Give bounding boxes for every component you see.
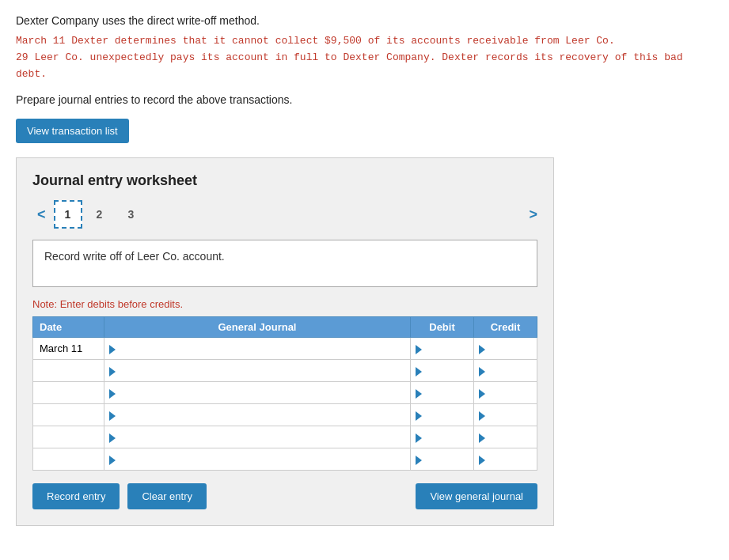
credit-triangle-icon: [479, 411, 485, 421]
debit-input-4[interactable]: [425, 431, 467, 443]
journal-cell-1[interactable]: [104, 360, 411, 382]
debit-cell-2[interactable]: [411, 382, 474, 404]
clear-entry-button[interactable]: Clear entry: [127, 483, 207, 509]
credit-input-3[interactable]: [488, 409, 530, 421]
credit-cell-3[interactable]: [474, 404, 537, 426]
table-row: [33, 404, 537, 426]
credit-triangle-icon: [479, 367, 485, 376]
worksheet-title: Journal entry worksheet: [32, 172, 537, 189]
journal-input-1[interactable]: [119, 365, 404, 376]
credit-input-4[interactable]: [488, 431, 530, 443]
tab-navigation: < 1 2 3 >: [32, 200, 537, 229]
credit-cell-1[interactable]: [474, 360, 537, 382]
tab-next-arrow[interactable]: >: [529, 206, 537, 223]
transaction-description: Record write off of Leer Co. account.: [32, 240, 537, 287]
debit-triangle-icon: [416, 367, 422, 376]
date-input-0[interactable]: [38, 342, 99, 354]
journal-input-5[interactable]: [119, 453, 404, 465]
credit-input-0[interactable]: [488, 342, 530, 354]
record-entry-button[interactable]: Record entry: [32, 483, 120, 509]
intro-line2: March 11 Dexter determines that it canno…: [16, 33, 713, 50]
credit-triangle-icon: [479, 345, 485, 354]
date-cell-3[interactable]: [33, 404, 104, 426]
credit-triangle-icon: [479, 433, 485, 443]
tab-3[interactable]: 3: [117, 200, 146, 229]
journal-input-3[interactable]: [119, 409, 404, 421]
table-row: [33, 426, 537, 448]
bottom-buttons: Record entry Clear entry View general jo…: [32, 483, 537, 509]
date-cell-4[interactable]: [33, 426, 104, 448]
tab-2[interactable]: 2: [85, 200, 114, 229]
date-input-1[interactable]: [38, 365, 99, 376]
journal-input-2[interactable]: [119, 387, 404, 399]
triangle-icon: [109, 433, 116, 443]
debit-input-2[interactable]: [425, 387, 467, 399]
date-input-4[interactable]: [38, 431, 99, 443]
date-cell-5[interactable]: [33, 448, 104, 471]
debit-cell-5[interactable]: [411, 448, 474, 471]
journal-cell-0[interactable]: [104, 338, 411, 360]
debit-input-5[interactable]: [425, 453, 467, 465]
credit-cell-4[interactable]: [474, 426, 537, 448]
debit-triangle-icon: [416, 456, 422, 465]
tab-prev-arrow[interactable]: <: [32, 205, 51, 225]
date-cell-2[interactable]: [33, 382, 104, 404]
note-text: Note: Enter debits before credits.: [32, 298, 537, 310]
triangle-icon: [109, 456, 116, 465]
credit-triangle-icon: [479, 389, 485, 399]
journal-cell-3[interactable]: [104, 404, 411, 426]
journal-table: Date General Journal Debit Credit: [32, 316, 537, 471]
journal-entry-worksheet: Journal entry worksheet < 1 2 3 > Record…: [16, 157, 554, 526]
credit-cell-5[interactable]: [474, 448, 537, 471]
debit-input-3[interactable]: [425, 409, 467, 421]
triangle-icon: [109, 345, 116, 354]
credit-input-2[interactable]: [488, 387, 530, 399]
date-cell-0[interactable]: [33, 338, 104, 360]
date-input-2[interactable]: [38, 387, 99, 399]
table-row: [33, 382, 537, 404]
triangle-icon: [109, 411, 116, 421]
journal-cell-5[interactable]: [104, 448, 411, 471]
credit-cell-0[interactable]: [474, 338, 537, 360]
col-header-debit: Debit: [411, 317, 474, 338]
intro-line3: 29 Leer Co. unexpectedly pays its accoun…: [16, 50, 713, 83]
debit-triangle-icon: [416, 389, 422, 399]
date-input-5[interactable]: [38, 453, 99, 465]
col-header-date: Date: [33, 317, 104, 338]
table-row: [33, 338, 537, 360]
credit-input-1[interactable]: [488, 365, 530, 376]
debit-cell-3[interactable]: [411, 404, 474, 426]
table-row: [33, 448, 537, 471]
journal-cell-4[interactable]: [104, 426, 411, 448]
debit-cell-4[interactable]: [411, 426, 474, 448]
prepare-text: Prepare journal entries to record the ab…: [16, 93, 713, 106]
view-general-journal-button[interactable]: View general journal: [416, 483, 537, 509]
date-input-3[interactable]: [38, 409, 99, 421]
credit-input-5[interactable]: [488, 453, 530, 465]
col-header-credit: Credit: [474, 317, 537, 338]
debit-cell-1[interactable]: [411, 360, 474, 382]
journal-input-4[interactable]: [119, 431, 404, 443]
debit-triangle-icon: [416, 433, 422, 443]
debit-triangle-icon: [416, 411, 422, 421]
journal-input-0[interactable]: [119, 342, 404, 354]
credit-triangle-icon: [479, 456, 485, 465]
intro-details: March 11 Dexter determines that it canno…: [16, 33, 713, 82]
table-row: [33, 360, 537, 382]
debit-input-1[interactable]: [425, 365, 467, 376]
journal-cell-2[interactable]: [104, 382, 411, 404]
date-cell-1[interactable]: [33, 360, 104, 382]
debit-triangle-icon: [416, 345, 422, 354]
triangle-icon: [109, 389, 116, 399]
credit-cell-2[interactable]: [474, 382, 537, 404]
debit-input-0[interactable]: [425, 342, 467, 354]
debit-cell-0[interactable]: [411, 338, 474, 360]
intro-line1: Dexter Company uses the direct write-off…: [16, 14, 713, 27]
triangle-icon: [109, 367, 116, 376]
view-transaction-button[interactable]: View transaction list: [16, 119, 129, 143]
col-header-journal: General Journal: [104, 317, 411, 338]
tab-1[interactable]: 1: [54, 200, 82, 229]
